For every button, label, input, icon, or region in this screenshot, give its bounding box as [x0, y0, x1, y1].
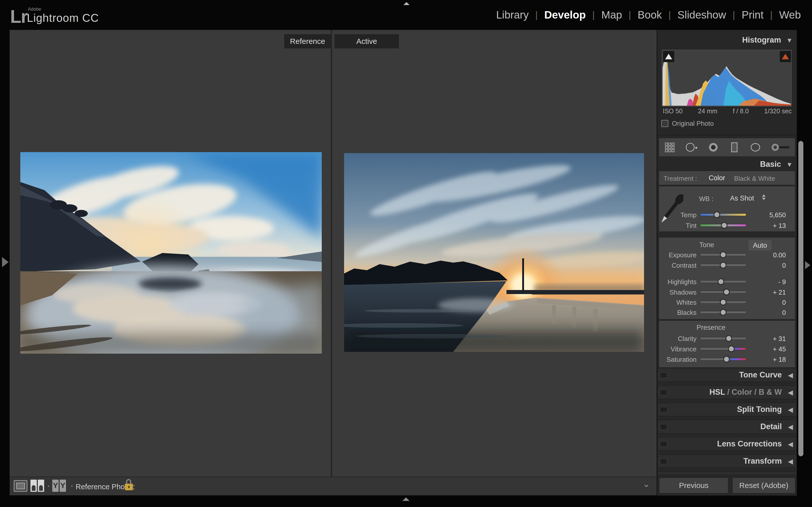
expand-panel-icon[interactable]: ◀ [788, 458, 793, 465]
exposure-slider-track[interactable] [700, 253, 746, 256]
panel-toggle-switch[interactable] [660, 407, 667, 412]
vibrance-slider-track[interactable] [700, 347, 746, 350]
nav-book[interactable]: Book [636, 9, 664, 21]
exposure-value[interactable]: 0.00 [750, 251, 786, 259]
tint-slider-knob[interactable] [721, 222, 727, 229]
blacks-slider-knob[interactable] [720, 309, 726, 316]
bottom-panel-expand-icon[interactable] [402, 497, 410, 501]
panel-hsl-color-bw[interactable]: HSL / Color / B & W ◀ [657, 385, 797, 399]
wb-value-dropdown[interactable]: As Shot [730, 194, 754, 202]
basic-collapse-icon[interactable]: ▼ [786, 161, 793, 169]
exif-aperture: f / 8.0 [733, 108, 749, 115]
transform-title: Transform [743, 457, 782, 466]
whites-value[interactable]: 0 [750, 299, 786, 306]
basic-header[interactable]: Basic ▼ [657, 160, 797, 170]
clarity-value[interactable]: + 31 [750, 335, 786, 343]
tab-reference[interactable]: Reference [284, 34, 331, 48]
tint-value[interactable]: + 13 [750, 222, 786, 230]
panel-toggle-switch[interactable] [660, 424, 667, 430]
panel-toggle-switch[interactable] [660, 441, 667, 447]
whites-slider-track[interactable] [700, 301, 746, 303]
right-panel-collapse-icon[interactable] [804, 260, 811, 270]
vibrance-value[interactable]: + 45 [750, 345, 786, 353]
reference-photo[interactable] [20, 152, 322, 354]
wb-dropdown-arrows-icon[interactable] [762, 194, 766, 200]
histogram-header[interactable]: Histogram ▼ [657, 36, 797, 46]
nav-library[interactable]: Library [494, 9, 530, 21]
panel-split-toning[interactable]: Split Toning ◀ [657, 403, 797, 416]
expand-panel-icon[interactable]: ◀ [788, 372, 793, 379]
tint-slider-track[interactable] [700, 224, 746, 227]
highlight-clipping-indicator[interactable] [780, 51, 791, 62]
auto-tone-button[interactable]: Auto [748, 240, 772, 251]
nav-develop[interactable]: Develop [542, 9, 588, 21]
contrast-slider-track[interactable] [700, 264, 746, 267]
expand-panel-icon[interactable]: ◀ [788, 406, 793, 414]
crop-overlay-icon[interactable] [664, 142, 675, 153]
vibrance-slider-knob[interactable] [728, 345, 734, 352]
panel-toggle-switch[interactable] [660, 390, 667, 395]
left-panel-expand-icon[interactable] [2, 257, 9, 267]
temp-slider-track[interactable] [700, 214, 746, 216]
shadows-slider-knob[interactable] [723, 289, 730, 295]
highlights-slider-knob[interactable] [718, 278, 724, 285]
clarity-slider-track[interactable] [700, 337, 746, 340]
reference-view-icon[interactable] [31, 480, 44, 492]
toolbar-chevron-down-icon[interactable]: ⌄ [643, 478, 650, 489]
spot-removal-icon[interactable] [685, 142, 698, 153]
expand-panel-icon[interactable]: ◀ [788, 423, 793, 431]
nav-map[interactable]: Map [599, 9, 624, 21]
clarity-slider-knob[interactable] [725, 335, 732, 342]
histogram-graph[interactable] [661, 49, 792, 107]
contrast-slider-knob[interactable] [720, 262, 726, 269]
top-panel-collapse-icon[interactable] [402, 2, 411, 6]
before-after-view-icon[interactable]: Y Y [52, 480, 66, 492]
whites-slider-knob[interactable] [720, 299, 726, 305]
panel-transform[interactable]: Transform ◀ [657, 454, 797, 468]
temp-label: Temp [659, 211, 697, 219]
panel-toggle-switch[interactable] [660, 459, 667, 464]
histogram-collapse-icon[interactable]: ▼ [786, 37, 793, 44]
whites-slider-row: Whites 0 [659, 298, 795, 306]
nav-web[interactable]: Web [777, 9, 803, 21]
tone-curve-title: Tone Curve [739, 371, 782, 380]
reset-button[interactable]: Reset (Adobe) [732, 477, 795, 493]
toolbar-dot: · [70, 479, 74, 492]
temp-slider-knob[interactable] [714, 212, 720, 218]
shadows-label: Shadows [659, 288, 697, 296]
active-photo[interactable] [344, 153, 644, 352]
exposure-slider-knob[interactable] [720, 251, 726, 258]
graduated-filter-icon[interactable] [728, 142, 740, 153]
red-eye-icon[interactable] [707, 142, 719, 153]
nav-print[interactable]: Print [740, 9, 766, 21]
contrast-value[interactable]: 0 [750, 262, 786, 270]
nav-slideshow[interactable]: Slideshow [675, 9, 728, 21]
tab-active[interactable]: Active [335, 34, 399, 48]
blacks-value[interactable]: 0 [750, 309, 786, 317]
temp-value[interactable]: 5,650 [750, 211, 786, 219]
original-photo-checkbox[interactable] [661, 120, 668, 127]
highlights-value[interactable]: - 9 [750, 278, 786, 286]
shadows-slider-track[interactable] [700, 291, 746, 293]
treatment-bw-option[interactable]: Black & White [734, 175, 775, 182]
treatment-color-option[interactable]: Color [709, 174, 725, 182]
saturation-slider-knob[interactable] [723, 356, 730, 362]
expand-panel-icon[interactable]: ◀ [788, 440, 793, 448]
adjustment-brush-icon[interactable] [771, 142, 791, 153]
panel-lens-corrections[interactable]: Lens Corrections ◀ [657, 437, 797, 451]
panel-toggle-switch[interactable] [660, 373, 667, 378]
loupe-view-icon[interactable] [14, 480, 28, 492]
saturation-slider-track[interactable] [700, 358, 746, 360]
radial-filter-icon[interactable] [750, 142, 761, 153]
lock-icon[interactable] [124, 478, 134, 493]
expand-panel-icon[interactable]: ◀ [788, 389, 793, 396]
panel-scrollbar[interactable] [798, 141, 803, 456]
blacks-slider-track[interactable] [700, 311, 746, 314]
highlights-slider-track[interactable] [700, 280, 746, 283]
shadow-clipping-indicator[interactable] [663, 51, 674, 62]
saturation-value[interactable]: + 18 [750, 356, 786, 363]
panel-tone-curve[interactable]: Tone Curve ◀ [657, 368, 797, 382]
panel-detail[interactable]: Detail ◀ [657, 420, 797, 434]
previous-button[interactable]: Previous [659, 477, 728, 493]
shadows-value[interactable]: + 21 [750, 288, 786, 296]
